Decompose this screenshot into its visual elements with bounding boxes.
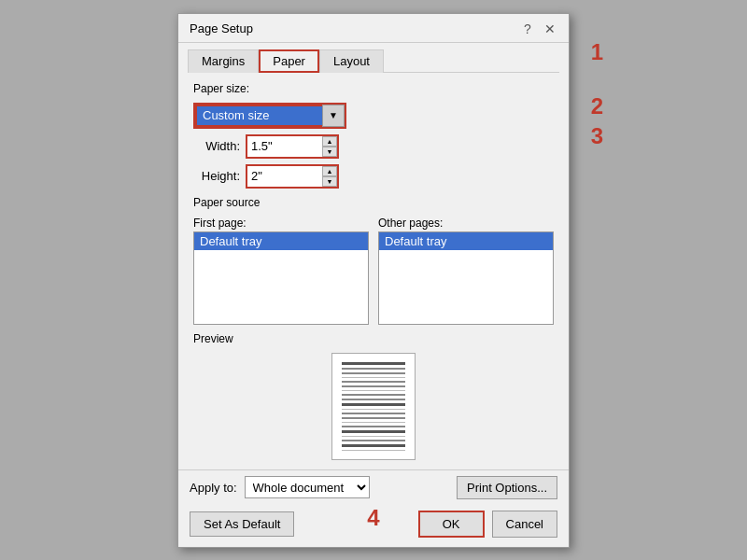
- preview-section: Preview: [193, 332, 554, 460]
- width-input-wrap: ▲ ▼: [246, 134, 339, 159]
- other-pages-label: Other pages:: [378, 217, 554, 230]
- annotation-1: 1: [591, 41, 603, 63]
- preview-line-9: [342, 399, 405, 400]
- paper-size-row: Custom size Letter A4 Legal ▼: [193, 103, 554, 129]
- annotation-3: 3: [591, 125, 603, 147]
- dialog-title: Page Setup: [190, 21, 253, 35]
- width-label: Width:: [193, 139, 240, 153]
- paper-size-label: Paper size:: [193, 82, 554, 95]
- preview-label: Preview: [193, 332, 554, 345]
- other-pages-default-tray[interactable]: Default tray: [379, 232, 553, 250]
- preview-line-19: [342, 444, 405, 447]
- tab-margins[interactable]: Margins: [188, 49, 259, 73]
- title-bar: Page Setup ? ✕: [178, 14, 569, 43]
- first-page-listbox[interactable]: Default tray: [193, 231, 369, 325]
- help-button[interactable]: ?: [518, 20, 537, 38]
- height-decrement[interactable]: ▼: [322, 176, 337, 187]
- other-pages-listbox[interactable]: Default tray: [378, 231, 554, 325]
- height-spinner: ▲ ▼: [322, 166, 337, 187]
- preview-line-7: [342, 390, 405, 391]
- width-input[interactable]: [247, 136, 322, 157]
- height-row: Height: ▲ ▼: [193, 164, 554, 189]
- tab-paper[interactable]: Paper: [259, 49, 319, 73]
- width-spinner: ▲ ▼: [322, 136, 337, 157]
- preview-line-3: [342, 372, 405, 374]
- footer-bar: Set As Default OK Cancel: [178, 505, 569, 547]
- title-bar-controls: ? ✕: [518, 20, 559, 38]
- paper-source-section: Paper source First page: Default tray Ot…: [193, 196, 554, 325]
- other-pages-group: Other pages: Default tray: [378, 217, 554, 325]
- page-setup-dialog: Page Setup ? ✕ Margins Paper Layout Pape…: [177, 13, 570, 548]
- paper-size-dropdown-arrow[interactable]: ▼: [322, 105, 345, 127]
- preview-line-11: [342, 409, 405, 410]
- first-page-label: First page:: [193, 217, 369, 230]
- tabs: Margins Paper Layout: [178, 43, 569, 72]
- preview-line-16: [342, 430, 405, 433]
- preview-line-14: [342, 422, 405, 423]
- set-as-default-button[interactable]: Set As Default: [190, 511, 294, 537]
- cancel-button[interactable]: Cancel: [492, 511, 557, 538]
- preview-line-2: [342, 368, 405, 370]
- first-page-group: First page: Default tray: [193, 217, 369, 325]
- annotation-2: 2: [591, 95, 603, 118]
- height-input[interactable]: [247, 166, 322, 187]
- ok-button[interactable]: OK: [418, 511, 485, 538]
- source-lists: First page: Default tray Other pages: De…: [193, 217, 554, 325]
- dialog-body: Paper size: Custom size Letter A4 Legal …: [178, 73, 569, 469]
- paper-size-section: Paper size: Custom size Letter A4 Legal …: [193, 82, 554, 189]
- apply-to-label: Apply to:: [190, 481, 237, 495]
- preview-line-1: [342, 362, 405, 365]
- preview-box: [331, 353, 416, 460]
- preview-line-5: [342, 381, 405, 383]
- tab-layout[interactable]: Layout: [319, 49, 384, 73]
- width-row: Width: ▲ ▼: [193, 134, 554, 159]
- footer-right: OK Cancel: [418, 511, 557, 538]
- height-label: Height:: [193, 169, 240, 183]
- width-increment[interactable]: ▲: [322, 136, 337, 147]
- preview-line-6: [342, 385, 405, 387]
- preview-line-12: [342, 413, 405, 414]
- preview-line-20: [342, 450, 405, 451]
- paper-source-label: Paper source: [193, 196, 554, 209]
- preview-line-10: [342, 403, 405, 406]
- preview-line-13: [342, 417, 405, 419]
- preview-line-4: [342, 377, 405, 378]
- close-button[interactable]: ✕: [541, 20, 559, 38]
- apply-to-select[interactable]: Whole document This section This point f…: [245, 476, 370, 498]
- preview-line-18: [342, 440, 405, 441]
- height-input-wrap: ▲ ▼: [246, 164, 339, 189]
- preview-line-17: [342, 436, 405, 437]
- preview-line-8: [342, 394, 405, 396]
- bottom-bar: Apply to: Whole document This section Th…: [178, 469, 569, 505]
- height-increment[interactable]: ▲: [322, 166, 337, 176]
- first-page-default-tray[interactable]: Default tray: [194, 232, 368, 250]
- width-decrement[interactable]: ▼: [322, 147, 337, 157]
- print-options-button[interactable]: Print Options...: [457, 476, 557, 499]
- preview-line-15: [342, 426, 405, 427]
